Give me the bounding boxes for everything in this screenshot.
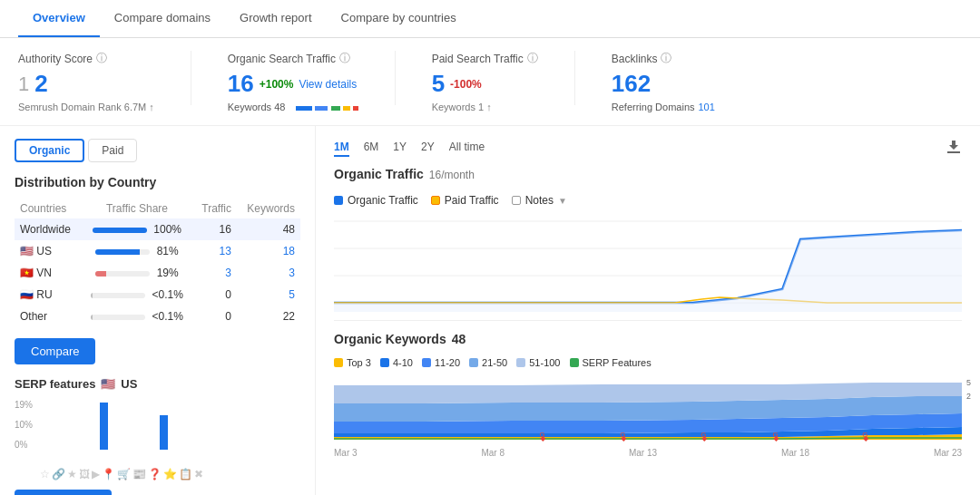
chart1-title: Organic Traffic [334,167,424,181]
nav-compare-domains[interactable]: Compare domains [100,0,225,37]
view-full-report-button[interactable]: View full report [15,490,112,495]
legend-paid[interactable]: Paid Traffic [431,194,499,207]
chart2-header: Organic Keywords 48 [334,332,962,354]
tab-paid[interactable]: Paid [88,139,137,162]
table-row: 🇷🇺 RU <0.1% 0 5 [15,284,300,306]
kl-serp-label: SERP Features [583,357,652,368]
serp-chart: 19% 10% 0% [15,400,300,468]
dist-by-country-title: Distribution by Country [15,175,300,189]
authority-score-label: Authority Score ⓘ [18,51,154,66]
nav-growth-report[interactable]: Growth report [225,0,326,37]
organic-search-sub: Keywords 48 [228,102,358,112]
right-panel: 1M 6M 1Y 2Y All time Organic Traffic 16/… [316,126,980,495]
serp-icon-x: ✖ [194,468,203,480]
tab-organic[interactable]: Organic [15,139,84,162]
legend-top3[interactable]: Top 3 [334,357,371,368]
traffic-chart-svg [334,212,962,316]
us-flag-serp: 🇺🇸 [101,377,115,391]
keywords-chart: G G G G G 5 2 Mar 3 Mar 8 Mar 13 Mar 18 … [334,372,962,444]
keywords-value: 3 [237,262,300,284]
legend-serp-features[interactable]: SERP Features [570,357,652,368]
info-icon-3: ⓘ [527,51,538,66]
organic-traffic-section: Organic Traffic 16/month Organic Traffic… [334,167,962,321]
traffic-bar [91,293,145,298]
col-traffic-share: Traffic Share [81,199,192,218]
serp-y-axis: 19% 10% 0% [15,400,33,450]
legend-51-100[interactable]: 51-100 [516,357,560,368]
paid-search-value: 5 -100% [432,70,538,98]
serp-bar [160,415,168,450]
serp-features-title: SERP features 🇺🇸 US [15,377,300,391]
serp-icon-review: ⭐ [163,468,177,480]
kl-dot-11-20 [422,358,431,367]
time-controls: 1M 6M 1Y 2Y All time [334,139,962,158]
keywords-x-axis: Mar 3 Mar 8 Mar 13 Mar 18 Mar 23 [334,444,962,461]
referring-domains-link[interactable]: 101 [699,102,715,112]
serp-icon-img: 🖼 [79,468,90,480]
organic-search-label: Organic Search Traffic ⓘ [228,51,358,66]
legend-4-10[interactable]: 4-10 [380,357,413,368]
divider-2 [395,51,396,105]
legend-organic[interactable]: Organic Traffic [334,194,418,207]
traffic-value: 0 [193,284,237,306]
compare-button[interactable]: Compare [15,338,95,364]
country-name: 🇷🇺 RU [15,284,81,306]
organic-paid-tabs: Organic Paid [15,139,300,162]
authority-score-metric: Authority Score ⓘ 1 2 Semrush Domain Ran… [18,51,154,112]
col-keywords: Keywords [237,199,300,218]
traffic-bar-cell: 100% [81,218,192,240]
kl-top3-label: Top 3 [347,357,371,368]
serp-icon-shop: 🛒 [117,468,131,480]
backlinks-value: 162 [612,70,715,98]
traffic-bar-cell: 81% [81,240,192,262]
country-table: Countries Traffic Share Traffic Keywords… [15,199,300,327]
keywords-value: 22 [237,306,300,327]
legend-paid-label: Paid Traffic [445,194,499,207]
legend-notes[interactable]: Notes ▼ [512,194,567,207]
kl-dot-51-100 [516,358,525,367]
top-navigation: Overview Compare domains Growth report C… [0,0,980,38]
col-countries: Countries [15,199,81,218]
bar-fill [91,293,93,298]
time-tab-6m[interactable]: 6M [364,141,379,157]
traffic-bar-cell: 19% [81,262,192,284]
serp-icon-star2: ★ [67,468,77,480]
time-tab-1m[interactable]: 1M [334,141,349,157]
traffic-value: 16 [193,218,237,240]
country-name: 🇺🇸 US [15,240,81,262]
paid-search-label: Paid Search Traffic ⓘ [432,51,538,66]
traffic-bar [95,249,150,255]
nav-compare-countries[interactable]: Compare by countries [327,0,471,37]
svg-text:G: G [701,431,706,439]
paid-search-metric: Paid Search Traffic ⓘ 5 -100% Keywords 1… [432,51,538,112]
serp-icon-cite: 📋 [179,468,192,480]
bar-fill [91,315,93,320]
time-tab-1y[interactable]: 1Y [393,141,407,157]
bar-fill [93,228,147,233]
table-row: 🇻🇳 VN 19% 3 3 [15,262,300,284]
table-row: 🇺🇸 US 81% 13 18 [15,240,300,262]
time-tab-all[interactable]: All time [449,141,485,157]
serp-bars-container [40,400,300,450]
view-details-link[interactable]: View details [299,78,357,91]
chart1-legend: Organic Traffic Paid Traffic Notes ▼ [334,194,962,207]
time-tabs: 1M 6M 1Y 2Y All time [334,141,485,157]
traffic-bar [93,228,147,233]
chart1-header: Organic Traffic 16/month [334,167,962,189]
kl-dot-4-10 [380,358,389,367]
kl-11-20-label: 11-20 [435,357,460,368]
us-flag: 🇺🇸 [20,245,34,257]
kl-dot-21-50 [469,358,478,367]
serp-icon-news: 📰 [132,468,146,480]
nav-overview[interactable]: Overview [18,0,100,37]
organic-search-metric: Organic Search Traffic ⓘ 16 +100% View d… [228,51,358,112]
svg-text:G: G [620,431,625,439]
download-button[interactable] [946,139,962,158]
time-tab-2y[interactable]: 2Y [421,141,435,157]
country-name: 🇻🇳 VN [15,262,81,284]
legend-21-50[interactable]: 21-50 [469,357,507,368]
table-row: Other <0.1% 0 22 [15,306,300,327]
authority-score-value: 1 2 [18,70,154,98]
info-icon-2: ⓘ [339,51,350,66]
legend-11-20[interactable]: 11-20 [422,357,460,368]
